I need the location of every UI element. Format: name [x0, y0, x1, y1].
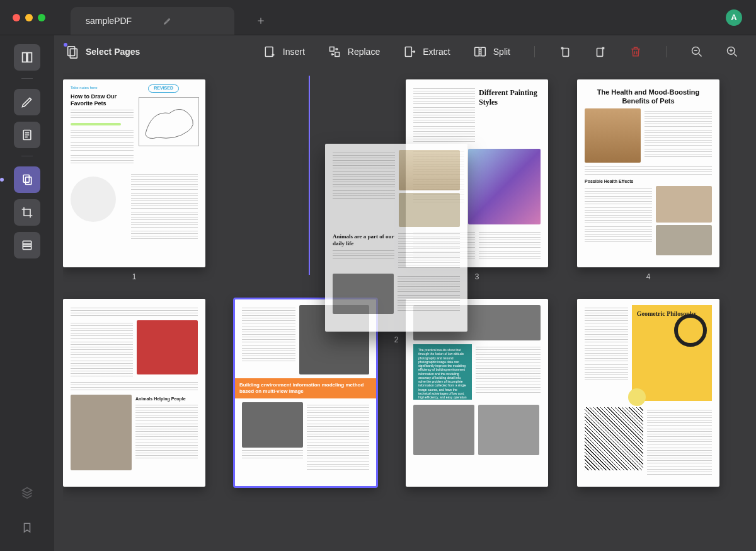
svg-rect-4: [335, 52, 340, 57]
rotate-right-button[interactable]: [592, 43, 609, 61]
svg-rect-1: [70, 49, 77, 58]
page-title: Different Painting Styles: [479, 88, 541, 107]
zoom-in-button[interactable]: [723, 43, 741, 61]
image-placeholder-icon: [333, 274, 394, 314]
tab-area: samplePDF: [64, 0, 726, 35]
sidebar: [0, 35, 54, 551]
replace-button[interactable]: Replace: [325, 42, 382, 61]
insert-button[interactable]: Insert: [260, 42, 307, 61]
page-number: 3: [475, 272, 479, 281]
page-thumbnail[interactable]: Animals Helping People: [63, 299, 205, 487]
image-placeholder-icon: [585, 108, 641, 163]
document-tab-title: samplePDF: [86, 16, 132, 26]
traffic-lights: [13, 14, 45, 21]
page-title: How to Draw Our Favorite Pets: [71, 93, 134, 108]
rename-tab-icon[interactable]: [163, 16, 172, 25]
window-minimize-button[interactable]: [25, 14, 33, 21]
sidebar-layers[interactable]: [14, 479, 40, 506]
page-actions-toolbar: Select Pages Insert Replace Extract Spli…: [63, 39, 741, 64]
image-placeholder-icon: [585, 407, 643, 470]
svg-rect-9: [597, 49, 603, 57]
dragged-page-preview[interactable]: Animals are a part of our daily life 2: [325, 144, 467, 332]
page-subtitle: Possible Health Effects: [585, 179, 712, 185]
split-label: Split: [493, 47, 510, 57]
toolbar-separator: [666, 46, 667, 57]
page-number: 1: [132, 272, 137, 281]
account-avatar[interactable]: A: [726, 9, 742, 26]
page-thumbnail[interactable]: Geometric Philosophy: [577, 299, 719, 487]
sidebar-page-edit[interactable]: [14, 166, 40, 193]
page-insert-indicator: [309, 76, 310, 275]
svg-rect-15: [23, 241, 31, 249]
svg-rect-14: [26, 177, 32, 185]
image-placeholder-icon: [478, 405, 539, 455]
window-close-button[interactable]: [13, 14, 20, 21]
insert-label: Insert: [283, 47, 305, 57]
replace-icon: [328, 45, 341, 59]
page-title: Animals are a part of our daily life: [333, 233, 394, 248]
titlebar: samplePDF A: [0, 0, 756, 35]
svg-rect-6: [474, 47, 479, 55]
replace-label: Replace: [348, 47, 380, 57]
page-sub-heading: Animals Helping People: [135, 397, 198, 402]
svg-rect-0: [68, 47, 75, 56]
image-placeholder-icon: [399, 193, 460, 227]
toolbar-separator: [534, 46, 535, 57]
sidebar-divider: [21, 78, 33, 79]
image-placeholder-icon: [242, 402, 303, 448]
image-placeholder-icon: [71, 395, 132, 470]
page-thumbnail[interactable]: REVISED Take notes here How to Draw Our …: [63, 79, 205, 281]
avatar-initial: A: [731, 13, 736, 22]
sidebar-annotate[interactable]: [14, 89, 40, 115]
image-placeholder-icon: [656, 186, 712, 223]
rotate-left-button[interactable]: [556, 43, 574, 61]
split-icon: [473, 45, 487, 59]
image-placeholder-icon: [656, 225, 712, 255]
insert-icon: [263, 45, 277, 59]
select-pages-button[interactable]: Select Pages: [63, 42, 142, 61]
image-placeholder-icon: Geometric Philosophy: [632, 305, 712, 401]
image-placeholder-icon: [137, 320, 198, 374]
split-button[interactable]: Split: [471, 42, 513, 61]
extract-button[interactable]: Extract: [400, 42, 453, 61]
svg-rect-8: [563, 49, 568, 57]
image-placeholder-icon: [468, 149, 541, 224]
window-zoom-button[interactable]: [38, 14, 45, 21]
select-pages-label: Select Pages: [86, 47, 140, 57]
page-number: 2: [325, 335, 467, 344]
zoom-out-button[interactable]: [688, 43, 706, 61]
svg-rect-2: [265, 47, 273, 57]
sidebar-bookmark[interactable]: [14, 514, 40, 541]
page-number: 4: [646, 272, 651, 281]
sidebar-view-mode[interactable]: [14, 44, 40, 71]
sidebar-crop[interactable]: [14, 199, 40, 226]
highlight-band: Building environment information modelin…: [234, 378, 377, 398]
sidebar-redact[interactable]: [14, 232, 40, 258]
page-title: The Health and Mood-Boosting Benefits of…: [585, 88, 712, 106]
extract-icon: [403, 45, 416, 59]
image-placeholder-icon: [413, 405, 474, 455]
extract-label: Extract: [423, 47, 450, 57]
callout-box: The practical results show that through …: [413, 344, 472, 400]
page-thumbnail[interactable]: The Health and Mood-Boosting Benefits of…: [577, 79, 719, 281]
delete-button[interactable]: [627, 43, 644, 61]
add-tab-button[interactable]: [253, 13, 268, 28]
sidebar-edit-pdf[interactable]: [14, 122, 40, 148]
sidebar-divider: [21, 156, 33, 156]
svg-rect-13: [23, 175, 29, 183]
svg-rect-7: [481, 47, 485, 55]
image-placeholder-icon: [399, 150, 460, 190]
svg-rect-5: [406, 47, 412, 57]
revised-badge: REVISED: [148, 84, 179, 93]
select-pages-icon: [66, 45, 79, 59]
document-tab[interactable]: samplePDF: [71, 7, 234, 35]
svg-rect-3: [329, 47, 334, 52]
image-placeholder-icon: [71, 177, 116, 222]
